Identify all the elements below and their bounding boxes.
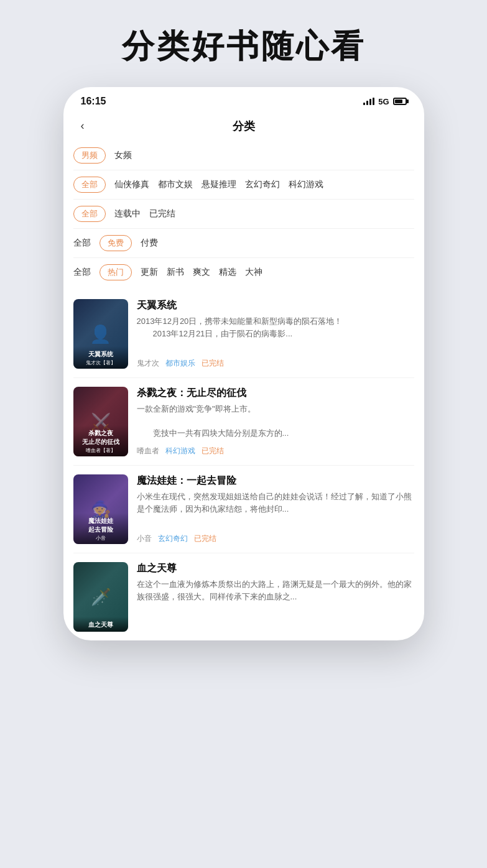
filter-genre-dushi[interactable]: 都市文娱 xyxy=(158,179,193,190)
book-status-1: 已完结 xyxy=(202,358,224,369)
filter-price-all[interactable]: 全部 xyxy=(73,238,91,249)
cover-title-2: 杀戮之夜无止尽的征伐嗜血者【著】 xyxy=(73,425,128,456)
book-item[interactable]: 🗡️ 血之天尊 血之天尊 在这个一血液为修炼本质祭出的大路上，路渊无疑是一个最大… xyxy=(73,553,414,640)
book-item[interactable]: ⚔️ 杀戮之夜无止尽的征伐嗜血者【著】 杀戮之夜：无止尽的征伐 一款全新的游戏"… xyxy=(73,378,414,466)
book-cover-3: 🧙 魔法娃娃起去冒险小音 xyxy=(73,474,128,544)
book-cover-1: 👤 天翼系统鬼才次【著】 xyxy=(73,299,128,369)
filter-sort-update[interactable]: 更新 xyxy=(141,267,158,278)
status-filter-row: 全部 连载中 已完结 xyxy=(73,201,414,227)
content-area: 男频 女频 全部 仙侠修真 都市文娱 悬疑推理 玄幻奇幻 科幻游戏 全部 连载中… xyxy=(63,142,424,640)
book-status-2: 已完结 xyxy=(202,446,224,456)
status-icons: 5G xyxy=(363,97,406,106)
book-title-1: 天翼系统 xyxy=(137,299,414,312)
filter-gender-male[interactable]: 男频 xyxy=(73,147,106,164)
signal-icon xyxy=(363,98,374,105)
filter-genre-scifi[interactable]: 科幻游戏 xyxy=(289,179,323,190)
filter-sort-selected[interactable]: 精选 xyxy=(219,267,236,278)
filter-sort-all[interactable]: 全部 xyxy=(73,267,91,278)
status-time: 16:15 xyxy=(81,96,106,107)
battery-icon xyxy=(393,98,407,105)
book-genre-1: 都市娱乐 xyxy=(165,358,195,369)
book-info-3: 魔法娃娃：一起去冒险 小米生在现代，突然发现姐姐送给自己的娃娃会说话！经过了解，… xyxy=(137,474,414,544)
book-item[interactable]: 👤 天翼系统鬼才次【著】 天翼系统 2013年12月20日，携带未知能量和新型病… xyxy=(73,290,414,378)
book-info-2: 杀戮之夜：无止尽的征伐 一款全新的游戏"竞争"即将上市。 竞技中一共有四块大陆分… xyxy=(137,387,414,456)
filter-genre-xianxia[interactable]: 仙侠修真 xyxy=(114,179,149,190)
book-author-1: 鬼才次 xyxy=(137,358,159,369)
book-title-2: 杀戮之夜：无止尽的征伐 xyxy=(137,387,414,400)
book-list: 👤 天翼系统鬼才次【著】 天翼系统 2013年12月20日，携带未知能量和新型病… xyxy=(73,290,414,640)
cover-title-4: 血之天尊 xyxy=(73,617,128,632)
filter-genre-fantasy[interactable]: 玄幻奇幻 xyxy=(245,179,280,190)
book-info-1: 天翼系统 2013年12月20日，携带未知能量和新型病毒的陨石落地！ 2013年… xyxy=(137,299,414,369)
book-meta-3: 小音 玄幻奇幻 已完结 xyxy=(137,533,414,544)
book-cover-2: ⚔️ 杀戮之夜无止尽的征伐嗜血者【著】 xyxy=(73,387,128,456)
phone-frame: 16:15 5G ‹ 分类 男频 女频 全部 仙侠修 xyxy=(63,87,424,640)
book-genre-2: 科幻游戏 xyxy=(165,446,195,456)
cover-title-1: 天翼系统鬼才次【著】 xyxy=(73,346,128,369)
book-info-4: 血之天尊 在这个一血液为修炼本质祭出的大路上，路渊无疑是一个最大的例外。他的家族… xyxy=(137,562,414,632)
book-meta-1: 鬼才次 都市娱乐 已完结 xyxy=(137,358,414,369)
filter-status-complete[interactable]: 已完结 xyxy=(149,208,175,219)
nav-bar: ‹ 分类 xyxy=(63,112,424,142)
network-label: 5G xyxy=(378,97,389,106)
nav-title: 分类 xyxy=(233,119,255,134)
book-author-2: 嗜血者 xyxy=(137,446,159,456)
book-desc-2: 一款全新的游戏"竞争"即将上市。 竞技中一共有四块大陆分别是东方的... xyxy=(137,403,414,440)
book-title-4: 血之天尊 xyxy=(137,562,414,575)
page-headline: 分类好书随心看 xyxy=(122,25,366,68)
book-desc-4: 在这个一血液为修炼本质祭出的大路上，路渊无疑是一个最大的例外。他的家族很强盛，很… xyxy=(137,578,414,603)
sort-filter-row: 全部 热门 更新 新书 爽文 精选 大神 xyxy=(73,259,414,285)
book-cover-4: 🗡️ 血之天尊 xyxy=(73,562,128,632)
filter-genre-mystery[interactable]: 悬疑推理 xyxy=(202,179,236,190)
filter-sort-hot[interactable]: 热门 xyxy=(100,264,132,280)
filter-status-ongoing[interactable]: 连载中 xyxy=(114,208,141,219)
back-button[interactable]: ‹ xyxy=(76,117,90,135)
book-author-3: 小音 xyxy=(137,533,152,544)
filter-price-free[interactable]: 免费 xyxy=(100,235,132,251)
filter-genre-all[interactable]: 全部 xyxy=(73,177,106,193)
gender-filter-row: 男频 女频 xyxy=(73,142,414,169)
filter-sort-fun[interactable]: 爽文 xyxy=(193,267,210,278)
filter-sort-new[interactable]: 新书 xyxy=(167,267,184,278)
filter-gender-female[interactable]: 女频 xyxy=(114,150,132,161)
cover-title-3: 魔法娃娃起去冒险小音 xyxy=(73,513,128,544)
book-genre-3: 玄幻奇幻 xyxy=(158,533,188,544)
price-filter-row: 全部 免费 付费 xyxy=(73,230,414,256)
filter-price-paid[interactable]: 付费 xyxy=(141,238,158,249)
book-meta-2: 嗜血者 科幻游戏 已完结 xyxy=(137,446,414,456)
book-title-3: 魔法娃娃：一起去冒险 xyxy=(137,474,414,487)
book-status-3: 已完结 xyxy=(194,533,216,544)
filter-sort-master[interactable]: 大神 xyxy=(245,267,262,278)
genre-filter-row: 全部 仙侠修真 都市文娱 悬疑推理 玄幻奇幻 科幻游戏 xyxy=(73,172,414,198)
filter-status-all[interactable]: 全部 xyxy=(73,206,106,222)
status-bar: 16:15 5G xyxy=(63,87,424,112)
book-desc-3: 小米生在现代，突然发现姐姐送给自己的娃娃会说话！经过了解，知道了小熊是个魔法师，… xyxy=(137,491,414,515)
book-item[interactable]: 🧙 魔法娃娃起去冒险小音 魔法娃娃：一起去冒险 小米生在现代，突然发现姐姐送给自… xyxy=(73,466,414,553)
book-desc-1: 2013年12月20日，携带未知能量和新型病毒的陨石落地！ 2013年12月21… xyxy=(137,315,414,339)
